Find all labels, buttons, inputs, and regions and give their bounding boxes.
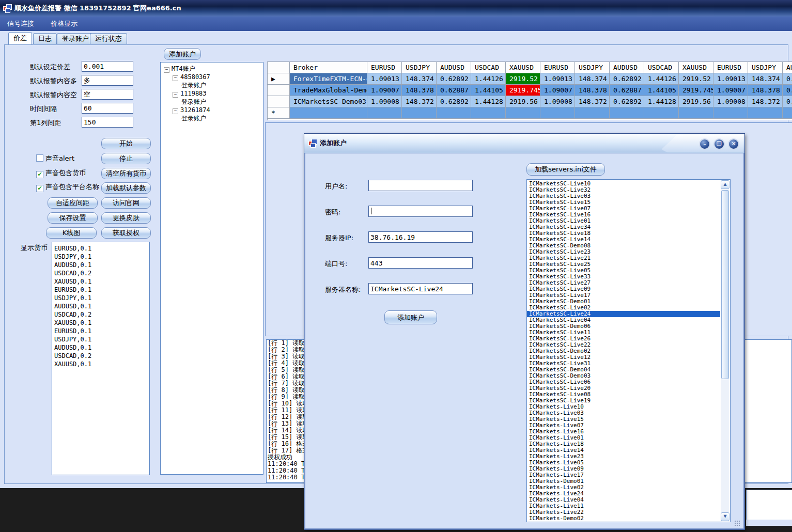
time-interval-input[interactable] xyxy=(82,103,133,114)
price-cell[interactable] xyxy=(540,107,575,119)
price-cell[interactable]: 148.372 xyxy=(748,96,783,107)
add-account-button[interactable]: 添加账户 xyxy=(164,48,201,60)
price-cell[interactable]: 0.62887 xyxy=(437,85,471,96)
tree-node[interactable]: 登录账户 xyxy=(161,114,263,122)
price-cell[interactable]: 0.62892 xyxy=(610,96,644,107)
kline-chart-button[interactable]: K线图 xyxy=(46,227,97,239)
price-cell[interactable]: 1.44105 xyxy=(471,85,506,96)
price-cell[interactable]: 1.09007 xyxy=(540,85,575,96)
row-selector-cell[interactable] xyxy=(268,85,290,96)
price-cell[interactable]: 0.6 xyxy=(783,73,792,85)
currency-item[interactable]: AUDUSD,0.1 xyxy=(52,343,149,352)
currency-item[interactable]: USDJPY,0.1 xyxy=(52,253,149,261)
stop-button[interactable]: 停止 xyxy=(101,153,151,164)
tab-price-diff[interactable]: 价差 xyxy=(8,32,32,45)
grid-column-header[interactable]: Broker xyxy=(290,62,367,73)
maximize-button-icon[interactable]: ❐ xyxy=(713,138,725,150)
price-cell[interactable]: 1.09013 xyxy=(713,73,748,85)
price-cell[interactable] xyxy=(610,107,644,119)
price-cell[interactable]: 148.378 xyxy=(748,85,783,96)
price-cell[interactable]: 148.378 xyxy=(575,85,610,96)
price-cell[interactable]: 148.374 xyxy=(575,73,610,85)
price-cell[interactable] xyxy=(471,107,506,119)
grid-column-header[interactable]: EURUSD xyxy=(367,62,402,73)
start-button[interactable]: 开始 xyxy=(101,138,151,149)
scrollbar[interactable]: ▲ ▼ xyxy=(721,180,729,521)
currency-item[interactable]: XAUUSD,0.1 xyxy=(52,360,149,368)
save-settings-button[interactable]: 保存设置 xyxy=(48,212,98,224)
scroll-up-icon[interactable]: ▲ xyxy=(721,180,729,189)
auto-spacing-button[interactable]: 自适应间距 xyxy=(48,197,98,209)
grid-column-header[interactable]: XAUUSD xyxy=(506,62,540,73)
grid-column-header[interactable]: USDJPY xyxy=(402,62,437,73)
grid-column-header[interactable]: EURUSD xyxy=(540,62,575,73)
tree-expander-icon[interactable]: − xyxy=(164,67,169,73)
grid-column-header[interactable]: USDJPY xyxy=(748,62,783,73)
row-selector-cell[interactable]: ▶ xyxy=(268,73,290,85)
visit-website-button[interactable]: 访问官网 xyxy=(101,197,151,209)
grid-corner-cell[interactable] xyxy=(268,62,290,73)
server-ip-input[interactable] xyxy=(368,231,473,243)
tab-run-status[interactable]: 运行状态 xyxy=(90,33,127,44)
price-cell[interactable]: 0.6 xyxy=(783,96,792,107)
price-cell[interactable]: 2919.745 xyxy=(506,85,540,96)
price-cell[interactable]: 148.372 xyxy=(402,96,437,107)
price-cell[interactable]: 1.09008 xyxy=(540,96,575,107)
price-cell[interactable] xyxy=(679,107,713,119)
get-authorization-button[interactable]: 获取授权 xyxy=(101,227,151,239)
price-cell[interactable]: 1.44126 xyxy=(471,73,506,85)
price-cell[interactable]: 0.62892 xyxy=(437,73,471,85)
port-input[interactable] xyxy=(368,257,473,269)
close-button-icon[interactable]: ✕ xyxy=(728,138,739,150)
tree-expander-icon[interactable]: − xyxy=(173,75,178,81)
first-col-gap-input[interactable] xyxy=(82,117,133,128)
currency-item[interactable]: USDJPY,0.1 xyxy=(52,335,149,343)
default-spread-input[interactable] xyxy=(82,61,133,72)
grid-column-header[interactable]: AUDUSD xyxy=(610,62,644,73)
dialog-add-account-button[interactable]: 添加账户 xyxy=(384,310,437,324)
tree-node[interactable]: 登录账户 xyxy=(161,98,263,106)
checkbox-sound-platform[interactable]: 声音包含平台名称 xyxy=(36,182,99,192)
price-cell[interactable]: 1.09013 xyxy=(540,73,575,85)
price-cell[interactable] xyxy=(575,107,610,119)
currency-item[interactable]: USDJPY,0.1 xyxy=(52,294,149,302)
currency-item[interactable]: USDCAD,0.2 xyxy=(52,352,149,360)
broker-cell[interactable]: ForexTimeFXTM-ECN-demo xyxy=(290,73,367,85)
price-cell[interactable]: 0.6 xyxy=(783,85,792,96)
price-cell[interactable]: 1.09013 xyxy=(367,73,402,85)
checkbox-sound-currency[interactable]: 声音包含货币 xyxy=(36,168,86,178)
price-cell[interactable] xyxy=(367,107,402,119)
grid-column-header[interactable]: EURUSD xyxy=(713,62,748,73)
price-cell[interactable]: 1.44128 xyxy=(644,96,679,107)
currency-item[interactable]: AUDUSD,0.1 xyxy=(52,261,149,269)
tree-node[interactable]: −MT4账户 xyxy=(161,65,263,73)
price-cell[interactable]: 1.09007 xyxy=(367,85,402,96)
price-cell[interactable]: 2919.745 xyxy=(679,85,713,96)
grid-column-header[interactable]: AUDUSD xyxy=(437,62,471,73)
currency-item[interactable]: USDCAD,0.2 xyxy=(52,310,149,319)
dialog-title-bar[interactable]: 添加账户 – ❐ ✕ xyxy=(304,134,744,153)
price-cell[interactable]: 0.62887 xyxy=(610,85,644,96)
tree-expander-icon[interactable]: − xyxy=(173,108,178,114)
tree-node[interactable]: −48580367 xyxy=(161,73,263,81)
price-cell[interactable]: 2919.56 xyxy=(679,96,713,107)
tree-node[interactable]: −1119883 xyxy=(161,89,263,98)
price-cell[interactable]: 1.09008 xyxy=(713,96,748,107)
price-cell[interactable] xyxy=(748,107,783,119)
server-name-input[interactable] xyxy=(368,283,473,294)
price-cell[interactable] xyxy=(713,107,748,119)
new-row-selector-cell[interactable]: * xyxy=(268,107,290,119)
load-default-params-button[interactable]: 加载默认参数 xyxy=(101,182,151,194)
broker-cell[interactable] xyxy=(290,107,367,119)
row-selector-cell[interactable] xyxy=(268,96,290,107)
tree-node[interactable]: −31261874 xyxy=(161,106,263,114)
display-currencies-listbox[interactable]: EURUSD,0.1USDJPY,0.1AUDUSD,0.1USDCAD,0.2… xyxy=(52,242,150,475)
price-cell[interactable]: 148.374 xyxy=(748,73,783,85)
currency-item[interactable]: XAUUSD,0.1 xyxy=(52,277,149,286)
currency-item[interactable]: XAUUSD,0.1 xyxy=(52,319,149,327)
price-cell[interactable]: 148.372 xyxy=(575,96,610,107)
alert-long-input[interactable] xyxy=(82,75,133,86)
currency-item[interactable]: EURUSD,0.1 xyxy=(52,286,149,294)
tree-expander-icon[interactable]: − xyxy=(173,92,178,98)
menu-item-signal-connect[interactable]: 信号连接 xyxy=(0,17,41,31)
